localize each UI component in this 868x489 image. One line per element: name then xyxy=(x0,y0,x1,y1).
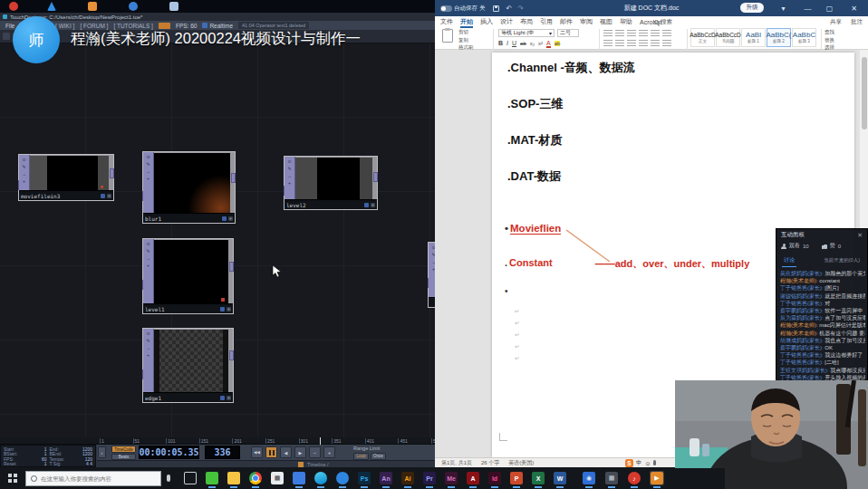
media-encoder-icon[interactable]: Me xyxy=(444,471,458,485)
style-无间隔[interactable]: AaBbCcD无间隔 xyxy=(716,28,740,47)
blue-circle-desktop-icon[interactable] xyxy=(129,2,138,11)
style-标题 1[interactable]: AaBl标题 1 xyxy=(741,28,766,47)
line-spacing-button[interactable] xyxy=(651,40,660,47)
wechat-icon[interactable] xyxy=(205,471,219,485)
step-back-button[interactable]: − xyxy=(309,446,321,458)
excel-icon[interactable]: X xyxy=(531,471,545,485)
style-正文[interactable]: AaBbCcD正文 xyxy=(690,28,715,47)
node-add-icon[interactable]: + xyxy=(228,216,233,221)
mic-icon[interactable] xyxy=(167,475,170,482)
powerpoint-icon[interactable]: P xyxy=(509,471,524,485)
subscript-button[interactable]: x₂ xyxy=(530,41,535,46)
tab-设计[interactable]: 设计 xyxy=(500,17,513,26)
orange-app-desktop-icon[interactable] xyxy=(88,2,97,11)
indesign-icon[interactable]: Id xyxy=(487,471,502,485)
live-class-app-icon[interactable]: ▶ xyxy=(650,471,664,485)
node-moviefilein3[interactable]: ⊙✎→+ moviefilein3+ xyxy=(18,154,114,201)
autosave-toggle[interactable]: 自动保存 关 xyxy=(440,5,486,13)
start-button[interactable] xyxy=(8,474,17,483)
node-flags-strip[interactable]: ⊙✎→+ xyxy=(143,152,154,213)
redo-icon[interactable]: ↷ xyxy=(517,5,524,13)
node-flags-strip[interactable]: ⊙✎→+ xyxy=(19,155,30,190)
meeting-app-icon[interactable] xyxy=(335,471,350,485)
upgrade-button[interactable]: 升级 xyxy=(740,3,764,13)
node-partial[interactable]: ⊙✎→+ xyxy=(428,242,435,308)
ime-emoji-icon[interactable]: ☺ xyxy=(645,460,651,466)
language-indicator[interactable]: 英语(美国) xyxy=(508,459,534,467)
node-flag-icon[interactable] xyxy=(101,194,105,198)
sogou-ime-icon[interactable]: S xyxy=(625,459,633,467)
edit-item-查找[interactable]: 查找 xyxy=(825,29,834,35)
decrease-indent-button[interactable] xyxy=(639,30,648,37)
node-flags-strip[interactable]: ⊙✎→+ xyxy=(285,157,295,199)
timeline-path-icon[interactable] xyxy=(298,462,304,467)
node-blur1[interactable]: ⊙✎→+ blur1+ xyxy=(142,151,236,224)
node-add-icon[interactable]: + xyxy=(227,396,231,400)
node-flags-strip[interactable]: ⊙✎→+ xyxy=(143,329,154,392)
undo-icon[interactable]: ↶ xyxy=(506,5,513,13)
tab-插入[interactable]: 插入 xyxy=(480,17,493,26)
superscript-button[interactable]: x² xyxy=(538,41,543,46)
bullet-list-button[interactable] xyxy=(603,30,612,37)
explorer-icon[interactable] xyxy=(227,471,241,485)
font-name-select[interactable]: 等线 Light (中▾ xyxy=(498,29,555,37)
underline-button[interactable]: U xyxy=(512,40,516,46)
timeline-collapse-button[interactable]: ‹ xyxy=(98,446,106,458)
word-icon[interactable]: W xyxy=(553,471,567,485)
increase-indent-button[interactable] xyxy=(651,30,660,37)
sort-button[interactable] xyxy=(662,30,671,37)
tab-布局[interactable]: 布局 xyxy=(520,17,533,26)
td-node-editor[interactable]: ⊙✎→+ moviefilein3+ ⊙✎→+ blur1+ ⊙✎→+ leve… xyxy=(0,43,435,437)
node-level1[interactable]: ⊙✎→+ level1+ xyxy=(142,238,234,314)
go-to-start-button[interactable]: ◀◀ xyxy=(251,446,263,458)
edge-icon[interactable] xyxy=(313,471,328,485)
strikethrough-button[interactable]: ab xyxy=(520,41,526,46)
autosave-toggle-switch[interactable] xyxy=(440,5,452,12)
acrobat-icon[interactable]: A xyxy=(466,471,480,485)
node-flag-icon[interactable] xyxy=(222,216,227,221)
style-标题 2[interactable]: AaBbC(标题 2 xyxy=(767,28,791,47)
animate-icon[interactable]: An xyxy=(379,471,393,485)
page-indicator[interactable]: 第1页, 共1页 xyxy=(441,459,472,467)
node-flag-icon[interactable] xyxy=(220,396,225,400)
align-right-button[interactable] xyxy=(627,40,636,47)
play-reverse-button[interactable]: ◀ xyxy=(280,446,292,458)
node-add-icon[interactable]: + xyxy=(107,194,111,198)
tab-视图[interactable]: 视图 xyxy=(600,17,612,26)
node-flag-icon[interactable] xyxy=(364,203,369,207)
search-input[interactable] xyxy=(41,475,145,482)
ime-mic-icon[interactable] xyxy=(653,460,656,465)
td-tool-icon[interactable] xyxy=(3,33,10,40)
close-icon[interactable]: ✕ xyxy=(857,232,863,239)
loop-button[interactable]: Loop xyxy=(353,453,369,460)
timeline-playhead[interactable] xyxy=(320,437,321,445)
align-center-button[interactable] xyxy=(615,40,624,47)
ribbon-search[interactable]: 搜索 xyxy=(654,18,672,26)
node-flags-strip[interactable]: ⊙✎→+ xyxy=(429,243,435,297)
taskbar-search[interactable] xyxy=(25,471,161,486)
tab-文件[interactable]: 文件 xyxy=(440,17,453,26)
task-view-icon[interactable] xyxy=(183,471,198,485)
close-button[interactable]: ✕ xyxy=(845,0,863,16)
beats-mode-button[interactable]: Beats xyxy=(111,454,136,460)
tab-审阅[interactable]: 审阅 xyxy=(580,17,593,26)
clipboard-item-复制[interactable]: 复制 xyxy=(458,37,474,43)
once-button[interactable]: Once xyxy=(371,453,386,460)
chat-message-list[interactable]: 吴欣妍妈妈(家长): 加颜色的那个英文叫啥来着程瀚(美术老师): constan… xyxy=(780,270,865,381)
chrome-icon[interactable] xyxy=(248,471,263,485)
blue-doc-desktop-icon[interactable] xyxy=(169,2,178,11)
photoshop-icon[interactable]: Ps xyxy=(357,471,371,485)
premiere-icon[interactable]: Pr xyxy=(422,471,437,485)
share-button[interactable]: 共享 xyxy=(830,18,842,26)
ime-mode-indicator[interactable]: 中 xyxy=(636,459,642,467)
minimize-button[interactable]: — xyxy=(799,0,816,16)
netease-music-icon[interactable]: ♪ xyxy=(627,471,641,485)
netease-desktop-icon[interactable] xyxy=(9,2,18,11)
node-add-icon[interactable]: + xyxy=(227,307,231,312)
word-count[interactable]: 26 个字 xyxy=(481,459,499,467)
play-forward-button[interactable]: ▶ xyxy=(294,446,306,458)
capture-app-icon[interactable]: ◉ xyxy=(582,471,596,485)
paste-button[interactable] xyxy=(442,29,453,43)
timeline-ruler[interactable]: 151101151201251301351401451501 xyxy=(0,437,435,445)
bold-button[interactable]: B xyxy=(498,40,503,46)
